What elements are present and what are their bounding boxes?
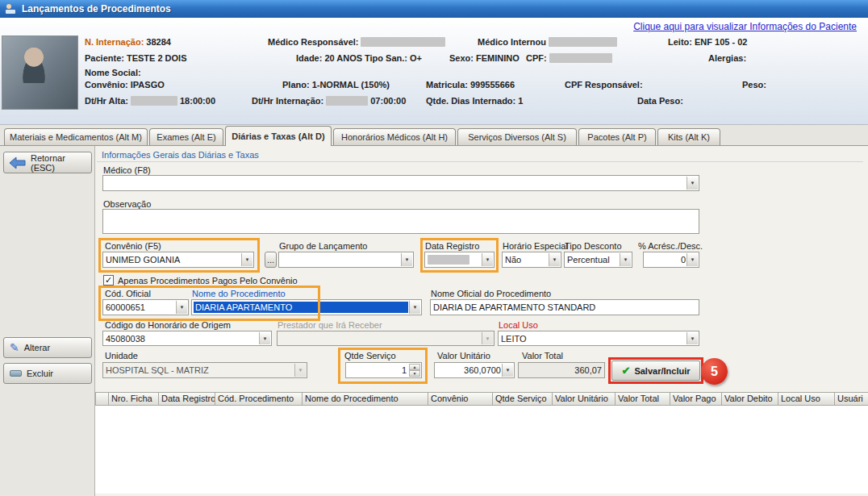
valor-unitario-combobox[interactable]: 360,0700 ▼ — [434, 362, 515, 378]
grid-col-valor-total: Valor Total — [616, 392, 670, 406]
tab-materiais-medicamentos[interactable]: Materiais e Medicamentos (Alt M) — [4, 128, 148, 145]
chevron-down-icon: ▼ — [241, 253, 252, 266]
grid-col-usuario: Usuári — [835, 392, 868, 406]
nome-oficial-input[interactable]: DIARIA DE APARTAMENTO STANDARD — [430, 299, 699, 315]
grupo-lancamento-label: Grupo de Lançamento — [279, 241, 367, 251]
cod-honorario-label: Código do Honorário de Origem — [105, 320, 231, 330]
chevron-down-icon: ▼ — [482, 253, 493, 266]
tab-servicos-diversos[interactable]: Serviços Diversos (Alt S) — [457, 128, 577, 145]
observacao-input[interactable] — [102, 209, 699, 234]
tab-diarias-taxas[interactable]: Diárias e Taxas (Alt D) — [225, 126, 332, 146]
spin-up-icon: ▲ — [409, 364, 420, 370]
patient-field-plano: Plano: 1-NORMAL (150%) — [282, 80, 390, 90]
chevron-down-icon: ▼ — [620, 253, 631, 266]
patient-field-paciente: Paciente: TESTE 2 DOIS — [85, 53, 187, 63]
back-arrow-icon — [10, 157, 26, 169]
panel-top-border — [0, 145, 868, 146]
patient-field-matricula: Matricula: 999555666 — [426, 80, 515, 90]
patient-field-leito: Leito: ENF 105 - 02 — [668, 37, 747, 47]
local-uso-combobox[interactable]: LEITO ▼ — [498, 331, 699, 346]
tab-kits[interactable]: Kits (Alt K) — [657, 128, 720, 145]
patient-field-alergias: Alergias: — [708, 53, 746, 63]
tab-honorarios-medicos[interactable]: Honorários Médicos (Alt H) — [333, 128, 456, 145]
grid-col-indicator — [96, 392, 109, 406]
grid-col-local-uso: Local Uso — [778, 392, 835, 406]
retornar-button[interactable]: Retornar (ESC) — [3, 152, 92, 173]
patient-field-data-peso: Data Peso: — [637, 96, 683, 106]
patient-field-idade: Idade: 20 ANOS — [296, 53, 362, 63]
chevron-down-icon: ▼ — [686, 253, 698, 266]
app-icon — [4, 2, 17, 15]
patient-field-medico-responsavel: Médico Responsável: — [268, 37, 445, 47]
procedure-entry-window: Lançamentos de Procedimentos Clique aqui… — [0, 0, 868, 496]
nome-procedimento-label: Nome do Procedimento — [192, 289, 286, 298]
qtde-servico-stepper[interactable]: 1 ▲▼ — [345, 362, 422, 378]
spin-down-icon: ▼ — [409, 370, 420, 377]
grupo-lancamento-combobox[interactable]: ▼ — [278, 252, 414, 268]
patient-field-internacao: N. Internação: 38284 — [85, 37, 171, 47]
chevron-down-icon: ▼ — [502, 364, 513, 377]
chevron-down-icon: ▼ — [482, 332, 493, 344]
chevron-down-icon: ▼ — [686, 332, 698, 344]
convenio-combobox[interactable]: UNIMED GOIANIA ▼ — [102, 252, 254, 268]
data-registro-combobox[interactable]: ▼ — [424, 252, 495, 268]
prestador-label: Prestador que Irá Receber — [278, 320, 382, 330]
prestador-combobox: ▼ — [277, 331, 495, 346]
tab-pacotes[interactable]: Pacotes (Alt P) — [578, 128, 656, 145]
observacao-label: Observação — [103, 199, 151, 209]
salvar-incluir-button[interactable]: ✔ Salvar/Incluir — [611, 361, 700, 381]
patient-field-sexo: Sexo: FEMININO — [449, 53, 520, 63]
patient-field-nome-social: Nome Social: — [85, 68, 141, 77]
grid-col-qtde-servico: Qtde Serviço — [493, 392, 553, 406]
redacted-value — [549, 53, 612, 63]
procedures-grid-header: Nro. Ficha Data Registro Cód. Procedimen… — [95, 392, 868, 406]
cod-honorario-combobox[interactable]: 45080038 ▼ — [102, 331, 272, 346]
grid-col-valor-debito: Valor Debito — [722, 392, 778, 406]
nome-procedimento-combobox[interactable]: DIARIA APARTAMENTO ▼ — [191, 299, 422, 315]
chevron-down-icon: ▼ — [176, 301, 187, 314]
chevron-down-icon: ▼ — [409, 301, 420, 314]
cod-oficial-combobox[interactable]: 60000651 ▼ — [102, 299, 189, 315]
local-uso-label: Local Uso — [499, 320, 538, 330]
step-5-badge: 5 — [701, 358, 728, 385]
redacted-value — [326, 96, 368, 106]
redacted-value — [549, 37, 617, 47]
horario-especial-combobox[interactable]: Não ▼ — [502, 252, 561, 268]
patient-info-link[interactable]: Clique aqui para visualizar Informações … — [633, 21, 857, 32]
redacted-value — [131, 96, 177, 106]
redacted-value — [361, 37, 445, 47]
patient-field-qtde-dias: Qtde. Dias Internado: 1 — [426, 96, 523, 106]
eraser-icon — [10, 370, 22, 377]
tab-exames[interactable]: Exames (Alt E) — [149, 128, 223, 145]
chevron-down-icon: ▼ — [401, 253, 412, 266]
grid-col-cod-procedimento: Cód. Procedimento — [215, 392, 303, 406]
chevron-down-icon: ▼ — [686, 177, 698, 190]
nome-oficial-label: Nome Oficial do Procedimento — [431, 289, 551, 298]
redacted-value — [428, 255, 469, 265]
chevron-down-icon: ▼ — [549, 253, 560, 266]
patient-field-convenio: Convênio: IPASGO — [85, 80, 165, 90]
title-bar: Lançamentos de Procedimentos — [0, 0, 868, 18]
cod-oficial-label: Cód. Oficial — [105, 289, 151, 298]
unidade-combobox: HOSPITAL SQL - MATRIZ ▼ — [102, 362, 307, 378]
browse-button[interactable]: ... — [265, 252, 277, 268]
medico-combobox[interactable]: ▼ — [102, 175, 699, 191]
valor-unitario-label: Valor Unitário — [437, 351, 490, 361]
excluir-button[interactable]: Excluir — [3, 363, 92, 384]
patient-field-medico-internou: Médico Internou — [478, 37, 617, 47]
tipo-desconto-label: Tipo Desconto — [565, 241, 622, 251]
valor-total-field: 360,07 — [518, 362, 605, 378]
window-title: Lançamentos de Procedimentos — [22, 3, 171, 15]
patient-field-cpf-responsavel: CPF Responsável: — [565, 80, 643, 90]
grid-col-valor-pago: Valor Pago — [670, 392, 722, 406]
grid-col-valor-unitario: Valor Unitário — [553, 392, 616, 406]
acresc-desc-combobox[interactable]: 0 ▼ — [643, 252, 699, 268]
alterar-button[interactable]: ✎ Alterar — [3, 337, 92, 358]
patient-field-tipo-san: Tipo San.: O+ — [365, 53, 422, 63]
tipo-desconto-combobox[interactable]: Percentual ▼ — [564, 252, 632, 268]
grid-col-nro-ficha: Nro. Ficha — [109, 392, 159, 406]
grid-col-nome-procedimento: Nome do Procedimento — [303, 392, 428, 406]
section-title: Informações Gerais das Diárias e Taxas — [102, 150, 259, 160]
apenas-pagos-checkbox[interactable]: ✓ — [103, 275, 114, 286]
patient-field-dt-hr-alta: Dt/Hr Alta: 18:00:00 — [85, 96, 215, 106]
